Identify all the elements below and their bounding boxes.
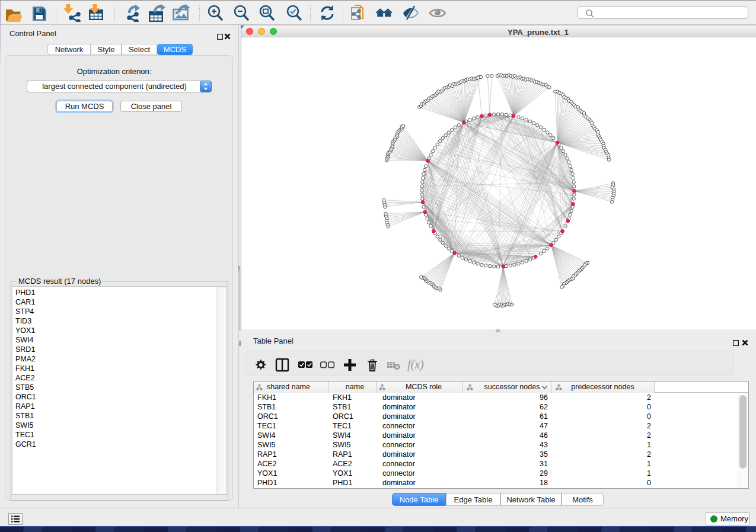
svg-text:f(x): f(x) [407, 358, 424, 371]
